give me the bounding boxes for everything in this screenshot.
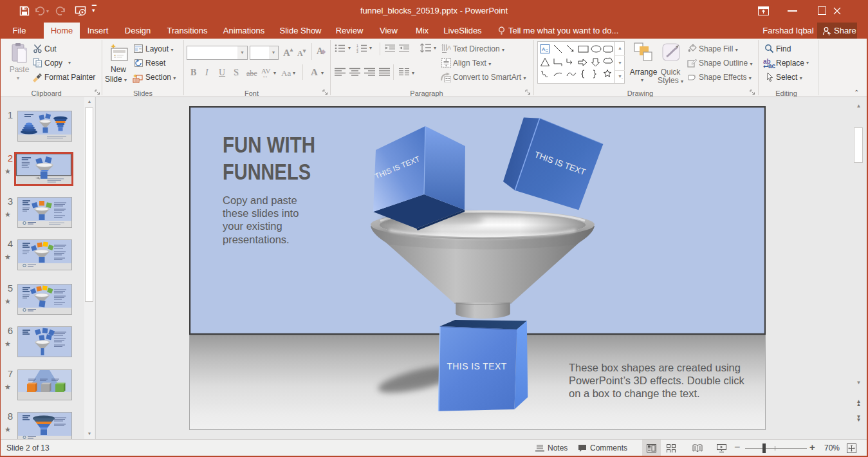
svg-text:3: 3 [356,50,358,53]
svg-text:A: A [542,46,546,52]
svg-text:A: A [447,44,451,51]
svg-text:THIS IS TEXT: THIS IS TEXT [447,361,506,371]
svg-text:These box shapes are created u: These box shapes are created using [569,362,741,373]
svg-text:on a box to change the text.: on a box to change the text. [569,387,700,399]
svg-text:PowerPoint’s 3D effects. Doubl: PowerPoint’s 3D effects. Double click [569,375,744,386]
svg-text:FUNNELS: FUNNELS [223,159,311,184]
svg-text:your existing: your existing [223,220,282,232]
svg-text:these slides into: these slides into [223,207,299,219]
svg-text:Copy and paste: Copy and paste [223,194,297,206]
svg-text:FUN WITH: FUN WITH [223,132,315,157]
svg-text:presentations.: presentations. [223,234,290,245]
